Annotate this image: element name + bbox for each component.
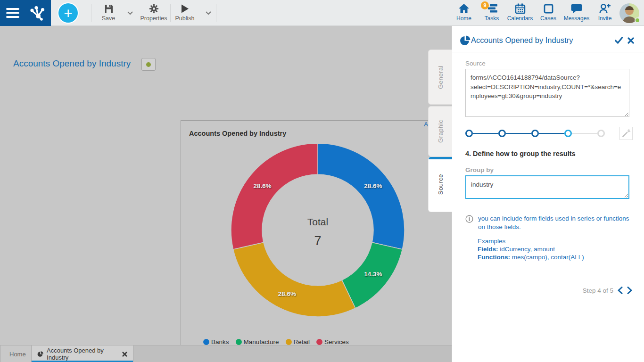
step-indicator: Step 4 of 5 xyxy=(583,287,613,294)
info-icon xyxy=(465,215,473,223)
add-button[interactable]: + xyxy=(58,2,79,24)
donut-percent-label: 28.6% xyxy=(278,290,296,297)
step-circle-3[interactable] xyxy=(531,130,539,137)
top-toolbar: + Save Properties Publish xyxy=(0,0,644,26)
status-indicator-button[interactable] xyxy=(141,58,156,71)
donut-slice-services[interactable] xyxy=(231,143,318,249)
fields-label: Fields: xyxy=(478,246,498,253)
green-status-dot xyxy=(146,62,151,67)
chat-bubble-icon xyxy=(563,2,590,15)
step-circle-4[interactable] xyxy=(564,130,572,137)
nav-invite-label: Invite xyxy=(598,15,612,22)
legend-label: Manufacture xyxy=(244,338,279,346)
tab-source[interactable]: Source xyxy=(428,156,452,212)
brand-block xyxy=(0,0,51,26)
bottom-tab-active[interactable]: Accounts Opened by Industry xyxy=(32,346,133,362)
legend-dot xyxy=(286,339,292,345)
donut-slice-retail[interactable] xyxy=(233,242,355,317)
close-tab-icon[interactable] xyxy=(122,352,127,357)
calendar-icon xyxy=(506,2,534,15)
properties-button[interactable]: Properties xyxy=(138,3,169,22)
truncated-link[interactable]: A xyxy=(424,121,428,128)
chart-legend: BanksManufactureRetailServices xyxy=(203,338,349,346)
close-panel-icon[interactable] xyxy=(627,37,634,46)
nav-invite[interactable]: Invite xyxy=(591,2,619,22)
legend-item-manufacture[interactable]: Manufacture xyxy=(236,338,279,346)
app-logo-icon[interactable] xyxy=(28,5,45,21)
page-title: Accounts Opened by Industry xyxy=(13,58,131,69)
source-input[interactable]: forms/ACCO1614188794/dataSource?select=D… xyxy=(465,69,629,117)
legend-item-services[interactable]: Services xyxy=(316,338,349,346)
publish-menu-chevron-icon[interactable] xyxy=(206,8,211,17)
menu-icon[interactable] xyxy=(6,8,19,20)
legend-label: Retail xyxy=(294,338,310,346)
save-menu-chevron-icon[interactable] xyxy=(127,8,133,17)
tab-graphic-label: Graphic xyxy=(437,120,444,143)
donut-percent-label: 14.3% xyxy=(364,271,382,278)
publish-button[interactable]: Publish xyxy=(173,3,197,22)
publish-label: Publish xyxy=(175,15,195,22)
source-label: Source xyxy=(465,60,486,67)
person-plus-icon xyxy=(591,2,619,15)
step-circle-5[interactable] xyxy=(597,130,605,137)
info-text: you can include form fields used in seri… xyxy=(478,214,630,231)
donut-center-text: 7 xyxy=(314,234,321,248)
step-connector xyxy=(506,133,531,134)
legend-item-banks[interactable]: Banks xyxy=(203,338,229,346)
functions-value: mes(campo), contar(ALL) xyxy=(510,254,584,261)
toolbar-divider xyxy=(216,4,216,22)
panel-title: Accounts Opened by Industry xyxy=(471,36,573,45)
save-button[interactable]: Save xyxy=(97,3,120,22)
legend-label: Banks xyxy=(211,338,229,346)
previous-step-icon[interactable] xyxy=(618,287,623,294)
step-connector xyxy=(572,133,597,134)
bottom-tab-bar: Home Accounts Opened by Industry xyxy=(0,345,452,362)
nav-cases[interactable]: Cases xyxy=(535,2,562,22)
pie-chart-icon xyxy=(460,35,471,46)
step-circle-1[interactable] xyxy=(465,130,473,137)
bottom-tab-home-label: Home xyxy=(9,351,26,358)
toolbar-divider xyxy=(91,4,91,22)
legend-label: Services xyxy=(324,338,349,346)
step-navigation: Step 4 of 5 xyxy=(452,287,632,294)
group-by-input[interactable]: industry xyxy=(465,175,629,199)
donut-chart: 28.6%14.3%28.6%28.6%Total7 xyxy=(228,140,407,320)
bottom-tab-home[interactable]: Home xyxy=(0,346,32,362)
nav-calendars-label: Calendars xyxy=(507,15,533,22)
toolbar-divider xyxy=(136,4,136,22)
tab-source-label: Source xyxy=(437,174,444,195)
legend-item-retail[interactable]: Retail xyxy=(286,338,310,346)
next-step-icon[interactable] xyxy=(627,287,632,294)
online-status-dot xyxy=(635,17,640,23)
nav-home-label: Home xyxy=(456,15,471,22)
play-icon xyxy=(173,3,197,14)
nav-messages-label: Messages xyxy=(564,15,590,22)
tab-general[interactable]: General xyxy=(428,49,452,105)
donut-percent-label: 28.6% xyxy=(254,182,272,189)
step-title: 4. Define how to group the results xyxy=(465,150,576,157)
nav-calendars[interactable]: Calendars xyxy=(506,2,534,22)
examples-block: Examples Fields: idCurrency, amount Func… xyxy=(478,237,584,261)
step-circle-2[interactable] xyxy=(498,130,506,137)
magic-wand-button[interactable] xyxy=(619,127,633,140)
nav-cases-label: Cases xyxy=(540,15,556,22)
examples-title: Examples xyxy=(478,237,584,245)
home-icon xyxy=(450,2,478,15)
confirm-check-icon[interactable] xyxy=(615,37,623,46)
tab-graphic[interactable]: Graphic xyxy=(428,106,452,156)
nav-messages[interactable]: Messages xyxy=(563,2,590,22)
nav-tasks-label: Tasks xyxy=(485,15,499,22)
tab-general-label: General xyxy=(437,66,444,89)
cases-icon xyxy=(535,2,562,15)
donut-slice-banks[interactable] xyxy=(318,143,405,249)
save-label: Save xyxy=(102,15,116,22)
wizard-stepper xyxy=(465,130,605,137)
nav-tasks[interactable]: 9 Tasks xyxy=(478,2,505,22)
step-connector xyxy=(473,133,498,134)
legend-dot xyxy=(236,339,242,345)
donut-center-text: Total xyxy=(307,216,328,227)
user-avatar[interactable] xyxy=(619,3,639,23)
save-icon xyxy=(97,3,120,14)
nav-home[interactable]: Home xyxy=(450,2,478,22)
bottom-tab-active-label: Accounts Opened by Industry xyxy=(47,347,117,361)
